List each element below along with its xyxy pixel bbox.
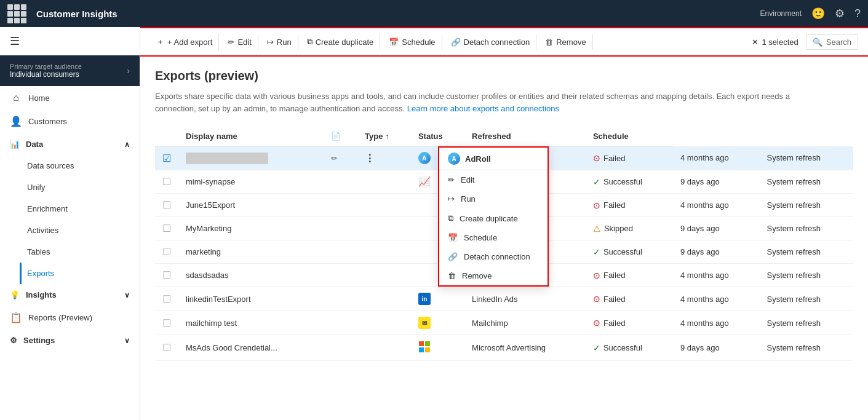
success-icon: ✓ [593, 177, 600, 187]
row-checkbox-cell: ☐ [155, 335, 178, 361]
row-checkbox[interactable]: ☐ [162, 294, 171, 304]
remove-button[interactable]: 🗑 Remove [539, 34, 592, 50]
run-icon: ↦ [267, 38, 274, 47]
deselect-icon[interactable]: ✕ [752, 38, 759, 47]
sidebar-item-exports-label: Exports [27, 269, 54, 278]
analytics-icon: 📈 [418, 176, 431, 187]
sidebar: ☰ Primary target audience Individual con… [0, 27, 140, 420]
row-display-name: mailchimp test [178, 311, 324, 335]
sidebar-item-enrichment[interactable]: Enrichment [20, 198, 140, 220]
context-edit[interactable]: ✏ Edit [439, 170, 547, 189]
edit-label: Edit [237, 38, 251, 47]
status-badge: ⊙ Failed [593, 318, 625, 328]
create-duplicate-button[interactable]: ⧉ Create duplicate [301, 34, 381, 50]
settings-icon[interactable]: ⚙ [835, 7, 845, 20]
row-schedule: System refresh [760, 194, 853, 217]
sidebar-item-customers[interactable]: 👤 Customers [0, 109, 140, 133]
learn-more-link[interactable]: Learn more about exports and connections [407, 104, 559, 113]
sidebar-item-home[interactable]: ⌂ Home [0, 86, 140, 109]
user-icon[interactable]: 🙂 [811, 7, 825, 20]
context-create-duplicate[interactable]: ⧉ Create duplicate [439, 208, 547, 228]
row-edit-cell [324, 217, 357, 240]
sidebar-item-activities-label: Activities [27, 226, 58, 235]
sidebar-group-data[interactable]: 📊 Data ∧ [0, 133, 140, 155]
duplicate-icon: ⧉ [307, 37, 313, 47]
sidebar-sub-data: Data sources Unify Enrichment Activities… [0, 155, 140, 284]
top-nav: Customer Insights Environment 🙂 ⚙ ? [0, 0, 868, 27]
table-row: ☐MsAds Good Crendetial...Microsoft Adver… [155, 335, 853, 361]
row-menu-cell [357, 264, 411, 287]
context-edit-icon: ✏ [448, 175, 455, 184]
row-checkbox-cell: ☐ [155, 287, 178, 311]
selected-badge: ✕ 1 selected [752, 38, 798, 47]
msads-icon [418, 341, 431, 353]
row-display-name: ████████ [178, 146, 324, 170]
insights-icon: 💡 [10, 290, 20, 299]
status-text: Failed [603, 295, 625, 304]
row-schedule: System refresh [760, 264, 853, 287]
audience-chevron: › [127, 66, 130, 76]
detach-icon: 🔗 [451, 38, 461, 47]
row-schedule: System refresh [760, 287, 853, 311]
row-checkbox[interactable]: ☑ [162, 153, 171, 164]
context-remove[interactable]: 🗑 Remove [439, 266, 547, 285]
th-type[interactable]: Type ↑ [357, 127, 411, 146]
row-edit-icon[interactable]: ✏ [331, 154, 338, 163]
linkedin-icon: in [418, 293, 431, 305]
row-checkbox[interactable]: ☐ [162, 270, 171, 280]
context-menu-header: A AdRoll [439, 148, 547, 170]
help-icon[interactable]: ? [854, 7, 861, 20]
app-title: Customer Insights [36, 9, 117, 19]
success-icon: ✓ [593, 343, 600, 353]
row-checkbox[interactable]: ☐ [162, 318, 171, 328]
row-edit-cell [324, 335, 357, 361]
row-schedule: System refresh [760, 217, 853, 240]
row-checkbox[interactable]: ☐ [162, 200, 171, 210]
search-box[interactable]: 🔍 Search [806, 34, 858, 50]
add-export-button[interactable]: ＋ + Add export [150, 33, 219, 50]
context-schedule-label: Schedule [464, 233, 497, 242]
success-icon: ✓ [593, 247, 600, 257]
app-grid-icon[interactable] [7, 4, 26, 23]
status-text: Successful [603, 247, 642, 256]
sidebar-group-settings-label: Settings [23, 336, 55, 345]
sidebar-group-settings[interactable]: ⚙ Settings ∨ [0, 330, 140, 351]
sidebar-item-unify[interactable]: Unify [20, 176, 140, 198]
context-run[interactable]: ↦ Run [439, 189, 547, 208]
table-header-row: Display name 📄 Type ↑ Status Refreshed S… [155, 127, 853, 146]
context-detach-connection[interactable]: 🔗 Detach connection [439, 247, 547, 266]
layout: ☰ Primary target audience Individual con… [0, 27, 868, 420]
insights-expand-icon: ∨ [124, 291, 130, 299]
edit-button[interactable]: ✏ Edit [221, 34, 258, 50]
schedule-label: Schedule [402, 38, 435, 47]
schedule-button[interactable]: 📅 Schedule [383, 34, 442, 50]
detach-connection-button[interactable]: 🔗 Detach connection [445, 34, 537, 50]
run-button[interactable]: ↦ Run [261, 34, 298, 50]
row-context-menu-trigger[interactable]: ⋮ [365, 153, 375, 164]
sidebar-item-reports[interactable]: 📋 Reports (Preview) [0, 306, 140, 330]
row-checkbox[interactable]: ☐ [162, 343, 171, 353]
status-text: Successful [603, 177, 642, 186]
row-checkbox[interactable]: ☐ [162, 247, 171, 257]
sidebar-item-activities[interactable]: Activities [20, 220, 140, 241]
add-icon: ＋ [156, 36, 164, 47]
sidebar-item-exports[interactable]: Exports [20, 263, 140, 284]
sidebar-item-data-sources[interactable]: Data sources [20, 155, 140, 176]
home-icon: ⌂ [10, 92, 22, 103]
row-edit-cell [324, 264, 357, 287]
row-checkbox[interactable]: ☐ [162, 176, 171, 187]
th-checkbox [155, 127, 178, 146]
row-type: Mailchimp [464, 311, 586, 335]
data-icon: 📊 [10, 140, 20, 149]
sidebar-audience[interactable]: Primary target audience Individual consu… [0, 55, 140, 86]
sidebar-hamburger[interactable]: ☰ [0, 27, 140, 55]
th-status: Status [411, 127, 464, 146]
sidebar-item-tables[interactable]: Tables [20, 241, 140, 263]
sidebar-group-insights[interactable]: 💡 Insights ∨ [0, 284, 140, 306]
search-icon: 🔍 [813, 38, 822, 47]
row-checkbox[interactable]: ☐ [162, 223, 171, 234]
row-menu-cell [357, 335, 411, 361]
row-edit-cell [324, 194, 357, 217]
context-schedule[interactable]: 📅 Schedule [439, 228, 547, 247]
context-menu: A AdRoll ✏ Edit ↦ Run ⧉ Create duplicate [438, 146, 549, 287]
